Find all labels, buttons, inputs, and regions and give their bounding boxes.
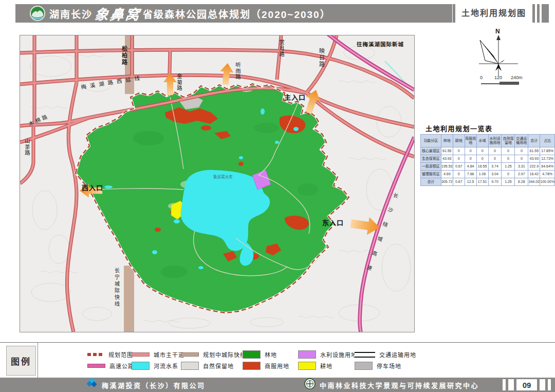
legend-swatch-rect-icon — [243, 362, 261, 370]
legend-label: 规划范围 — [108, 350, 133, 359]
deco-bar — [508, 379, 514, 390]
table-title: 土地利用规划一览表 — [425, 123, 493, 133]
road-label-tingyu: 听雨路 — [235, 62, 240, 80]
deco-bar — [537, 4, 540, 23]
table-cell: 7.66 — [465, 171, 476, 178]
legend-label: 交通运输用地 — [379, 350, 416, 359]
legend-label: 河流水系 — [154, 362, 178, 370]
legend-item: 停车场地 — [355, 360, 416, 371]
table-cell: 43.93 — [528, 155, 540, 163]
road-label-shangyue: 赏月路 — [279, 40, 284, 58]
legend-swatch-rect-icon — [298, 350, 316, 359]
table-cell: 0.67 — [453, 163, 465, 171]
table-cell: 16.55 — [476, 163, 488, 171]
table-header-cell: 合计 — [528, 135, 540, 147]
table-cell: 一般游憩区 — [421, 163, 441, 171]
table-header-cell: 自然保留地 — [502, 135, 515, 147]
road-label-songbai: 松柏路 — [121, 46, 127, 66]
table-cell: 合计 — [421, 178, 441, 186]
scale-bar: 0 120 240m — [477, 75, 523, 88]
north-label: N — [495, 28, 500, 35]
legend-label: 规划中城际快线 — [203, 350, 246, 359]
table-cell: 1.06 — [476, 171, 488, 178]
table-cell: 0 — [453, 155, 465, 163]
table-row: 管理服务区4.6907.661.063.0402.9716.424.78% — [421, 171, 555, 178]
legend-item: 交通运输用地 — [355, 349, 416, 360]
table-cell: 管理服务区 — [421, 171, 441, 178]
table-cell: 0 — [515, 155, 528, 163]
page-number: 09 — [516, 379, 537, 390]
header-title-band: 湖南长沙 象鼻窝 省级森林公园总体规划（2020~2030） — [15, 4, 452, 23]
planning-sheet: 湖南长沙 象鼻窝 省级森林公园总体规划（2020~2030） 土地利用规划图 — [0, 0, 555, 392]
legend-label: 林地 — [265, 350, 277, 359]
legend-label: 水利设施用地 — [320, 350, 357, 359]
scale-segment — [499, 82, 519, 85]
land-use-map: 松柏路 梅溪湖路西延线 金菊路 听雨路 赏月路 映日路 往梅溪湖国际新城 主入口… — [20, 35, 415, 332]
scale-tick: 0 — [480, 75, 483, 80]
legend-column: 水利设施用地耕地 — [298, 349, 357, 371]
deco-block — [439, 4, 446, 23]
legend-label: 自然保留地 — [203, 362, 234, 370]
table-row: 生态保育区43.9300000043.9312.73% — [421, 155, 555, 163]
sheet-title: 土地利用规划图 — [457, 4, 530, 23]
legend-swatch-dash-icon — [87, 353, 104, 356]
land-use-table: 功能分区林地耕地商服用地水域水利设施用地自然保留地交通运输用地合计占比核心景观区… — [420, 134, 555, 186]
table-cell: 305.72 — [441, 178, 453, 186]
table-cell: 0 — [502, 147, 515, 155]
legend-item: 规划中城际快线 — [181, 349, 246, 360]
table-header-cell: 交通运输用地 — [515, 135, 528, 147]
road-label-jinju: 金菊路 — [176, 73, 182, 91]
table-cell: 0 — [465, 147, 476, 155]
legend-label: 高速公路 — [109, 362, 134, 370]
deco-bar — [448, 4, 451, 23]
deco-bar — [503, 379, 506, 390]
table-cell: 0 — [502, 171, 515, 178]
table-row: 合计305.720.6712.517.519.701.256.28344.021… — [421, 178, 555, 186]
legend-item: 自然保留地 — [181, 360, 246, 371]
table-cell: 2.97 — [515, 171, 528, 178]
table-cell: 195.53 — [441, 163, 453, 171]
legend-swatch-line-icon — [87, 364, 105, 368]
legend-label: 城市主干道 — [154, 350, 184, 359]
table-cell: 0.67 — [453, 178, 465, 186]
legend-label: 商服用地 — [265, 362, 289, 370]
deco-bar — [540, 379, 545, 390]
table-header-cell: 水域 — [476, 135, 488, 147]
investor-logo-icon — [86, 378, 98, 391]
table-cell: 0 — [502, 155, 515, 163]
table-header-cell: 耕地 — [453, 135, 465, 147]
table-cell: 12.73% — [540, 155, 555, 163]
table-cell: 4.78% — [540, 171, 555, 178]
deco-bar — [532, 4, 535, 23]
legend-swatch-line-icon — [132, 352, 150, 357]
legend-column: 规划中城际快线自然保留地 — [181, 349, 246, 371]
legend-title-box: 图例 — [6, 346, 36, 376]
legend-label: 停车场地 — [377, 362, 401, 370]
expressways — [326, 35, 414, 332]
table-cell: 17.85% — [540, 147, 555, 155]
legend-label: 耕地 — [320, 362, 332, 370]
investor-company: 梅溪湖投资（长沙）有限公司 — [102, 380, 206, 390]
table-cell: 43.93 — [441, 155, 453, 163]
table-cell: 核心景观区 — [421, 147, 441, 155]
legend-swatch-rect-icon — [298, 362, 316, 370]
legend-column: 交通运输用地停车场地 — [355, 349, 416, 371]
road-label-shancha: 山茶路 — [24, 138, 30, 156]
legend-item: 林地 — [243, 349, 289, 360]
table-cell: 0 — [488, 155, 502, 163]
table-cell: 生态保育区 — [421, 155, 441, 163]
table-header-cell: 功能分区 — [421, 135, 441, 147]
title-prefix: 湖南长沙 — [49, 7, 92, 21]
legend-item: 商服用地 — [243, 360, 289, 371]
table-cell: 61.55 — [528, 147, 540, 155]
deco-block — [542, 4, 549, 23]
table-cell: 17.51 — [476, 178, 488, 186]
legend-item: 河流水系 — [132, 360, 184, 371]
table-cell: 100.00% — [540, 178, 555, 186]
table-cell: 0 — [488, 147, 502, 155]
legend-item: 城市主干道 — [132, 349, 184, 360]
footer-page-block: 09 — [503, 379, 551, 390]
legend-item: 水利设施用地 — [298, 349, 357, 360]
table-cell: 1.25 — [502, 163, 515, 171]
table-cell: 4.84 — [465, 163, 476, 171]
